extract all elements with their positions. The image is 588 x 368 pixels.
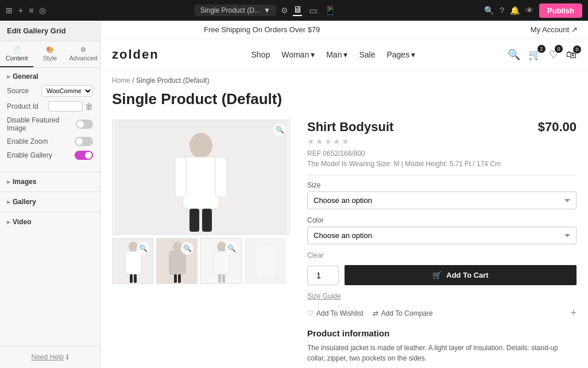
nav-links: Shop Woman ▾ Man ▾ Sale Pages ▾ <box>252 50 416 59</box>
tab-style[interactable]: 🎨 Style <box>33 41 67 67</box>
search-icon[interactable]: 🔍 <box>484 6 494 15</box>
sidebar-header: Edit Gallery Grid <box>0 21 100 41</box>
layers-icon[interactable]: ≡ <box>29 6 33 15</box>
gallery-thumb-2[interactable]: 🔍 <box>156 238 198 284</box>
size-guide-link[interactable]: Size Guide <box>307 292 577 300</box>
disable-featured-label: Disable Featured Image <box>7 116 76 132</box>
enable-gallery-toggle[interactable] <box>75 151 93 160</box>
svg-rect-6 <box>202 209 212 232</box>
url-bar[interactable]: Single Product (D... ▼ <box>195 5 276 16</box>
add-to-wishlist-btn[interactable]: ♡ Add To Wishlist <box>307 309 363 317</box>
source-select[interactable]: WooCommerce Pro <box>41 85 93 97</box>
notifications-icon[interactable]: 🔔 <box>510 6 520 15</box>
gallery-subsection[interactable]: Gallery <box>0 194 100 209</box>
color-select[interactable]: Choose an option <box>307 227 577 244</box>
add-to-compare-btn[interactable]: ⇄ Add To Compare <box>373 309 433 317</box>
svg-rect-5 <box>189 209 199 232</box>
settings2-icon[interactable]: ⚙ <box>281 6 288 15</box>
size-select[interactable]: Choose an option <box>307 191 577 209</box>
product-price: $70.00 <box>538 120 577 135</box>
svg-rect-2 <box>183 157 219 209</box>
nav-search-icon[interactable]: 🔍 <box>508 48 520 61</box>
quantity-input[interactable] <box>307 266 339 285</box>
breadcrumb-home[interactable]: Home <box>112 76 130 85</box>
video-subsection[interactable]: Video <box>0 214 100 229</box>
nav-bag-icon[interactable]: 🛍 0 <box>566 49 577 61</box>
product-ref: REF 0652/168/800 <box>307 150 577 158</box>
star-4: ★ <box>333 137 341 146</box>
gallery-thumb-4[interactable] <box>245 238 286 284</box>
add-to-cart-button[interactable]: 🛒 Add To Cart <box>345 265 577 285</box>
nav-shop[interactable]: Shop <box>252 50 270 59</box>
zoom-icon-main[interactable]: 🔍 <box>273 124 286 136</box>
nav-cart-icon[interactable]: 🛒 2 <box>528 48 541 61</box>
page-title-section: Single Product (Default) <box>100 90 588 114</box>
my-account[interactable]: My Account ↗ <box>531 25 578 34</box>
url-text: Single Product (D... <box>200 6 260 14</box>
nav-icons: 🔍 🛒 2 ♡ 0 🛍 0 <box>508 48 577 61</box>
cart-badge: 2 <box>537 45 546 53</box>
nav-wishlist-icon[interactable]: ♡ 0 <box>549 48 558 61</box>
tab-content[interactable]: 📄 Content <box>0 41 33 67</box>
trash-icon[interactable]: 🗑 <box>85 102 93 111</box>
preview-icon[interactable]: 👁 <box>525 6 533 15</box>
product-id-input[interactable] <box>48 101 83 112</box>
nav-woman[interactable]: Woman ▾ <box>281 50 315 59</box>
gallery-thumb-1[interactable]: 🔍 <box>112 238 153 284</box>
disable-featured-toggle[interactable] <box>76 120 93 129</box>
shop-logo[interactable]: zolden <box>112 47 159 62</box>
general-section: General Source WooCommerce Pro Product I… <box>0 68 100 169</box>
mobile-icon[interactable]: 📱 <box>324 5 336 16</box>
star-5: ★ <box>342 137 349 146</box>
gallery-thumb-row: 🔍 🔍 <box>112 238 290 284</box>
svg-rect-3 <box>175 157 187 197</box>
gallery-thumb-3[interactable]: 🔍 <box>200 238 242 284</box>
bag-badge: 0 <box>573 45 581 53</box>
star-3: ★ <box>324 137 332 146</box>
clear-link[interactable]: Clear <box>307 251 577 259</box>
settings-icon[interactable]: ◎ <box>39 6 46 15</box>
enable-gallery-row: Enable Gallery <box>7 151 93 160</box>
cart-icon: 🛒 <box>432 271 442 279</box>
add-icon[interactable]: + <box>18 6 23 15</box>
expand-icon[interactable]: + <box>570 307 577 319</box>
thumb4-image <box>245 239 286 284</box>
publish-button[interactable]: Publish <box>539 3 582 18</box>
thumb1-zoom-icon[interactable]: 🔍 <box>137 242 149 255</box>
tab-advanced[interactable]: ⚙ Advanced <box>67 41 100 67</box>
svg-rect-20 <box>218 274 221 283</box>
enable-zoom-label: Enable Zoom <box>7 137 48 145</box>
top-bar-left: ⊞ + ≡ ◎ <box>6 6 46 15</box>
logo-icon[interactable]: ⊞ <box>6 6 13 15</box>
sidebar: Edit Gallery Grid 📄 Content 🎨 Style ⚙ Ad… <box>0 21 100 368</box>
add-to-wishlist-container: ♡ Add To Wishlist ⇄ Add To Compare <box>307 309 433 317</box>
desktop-icon[interactable]: 🖥 <box>293 5 302 16</box>
thumb3-zoom-icon[interactable]: 🔍 <box>225 242 238 255</box>
thumb2-zoom-icon[interactable]: 🔍 <box>181 242 194 255</box>
nav-sale[interactable]: Sale <box>359 50 375 59</box>
qty-cart-row: 🛒 Add To Cart <box>307 265 577 285</box>
product-title-row: Shirt Bodysuit $70.00 <box>307 120 577 135</box>
help-icon[interactable]: ? <box>500 6 504 15</box>
product-id-row: Product Id 🗑 <box>7 101 93 112</box>
action-row: ♡ Add To Wishlist ⇄ Add To Compare + <box>307 307 577 319</box>
color-label: Color <box>307 216 577 224</box>
advanced-tab-label: Advanced <box>69 55 98 62</box>
general-section-title[interactable]: General <box>7 72 93 80</box>
main-layout: Edit Gallery Grid 📄 Content 🎨 Style ⚙ Ad… <box>0 21 588 368</box>
product-title: Shirt Bodysuit <box>307 120 393 135</box>
images-subsection[interactable]: Images <box>0 174 100 189</box>
wishlist-badge: 0 <box>555 45 563 53</box>
content-tab-label: Content <box>6 55 28 62</box>
svg-rect-11 <box>134 274 137 283</box>
star-rating: ★ ★ ★ ★ ★ <box>307 137 577 146</box>
tablet-icon[interactable]: ▭ <box>309 5 318 16</box>
nav-man[interactable]: Man ▾ <box>326 50 347 59</box>
nav-pages[interactable]: Pages ▾ <box>386 50 415 59</box>
product-section: 🔍 🔍 <box>100 114 588 368</box>
enable-zoom-row: Enable Zoom <box>7 137 93 146</box>
need-help-link[interactable]: Need Help <box>31 353 64 361</box>
enable-zoom-toggle[interactable] <box>75 137 93 146</box>
product-info-title: Product information <box>307 328 577 338</box>
star-1: ★ <box>307 137 315 146</box>
